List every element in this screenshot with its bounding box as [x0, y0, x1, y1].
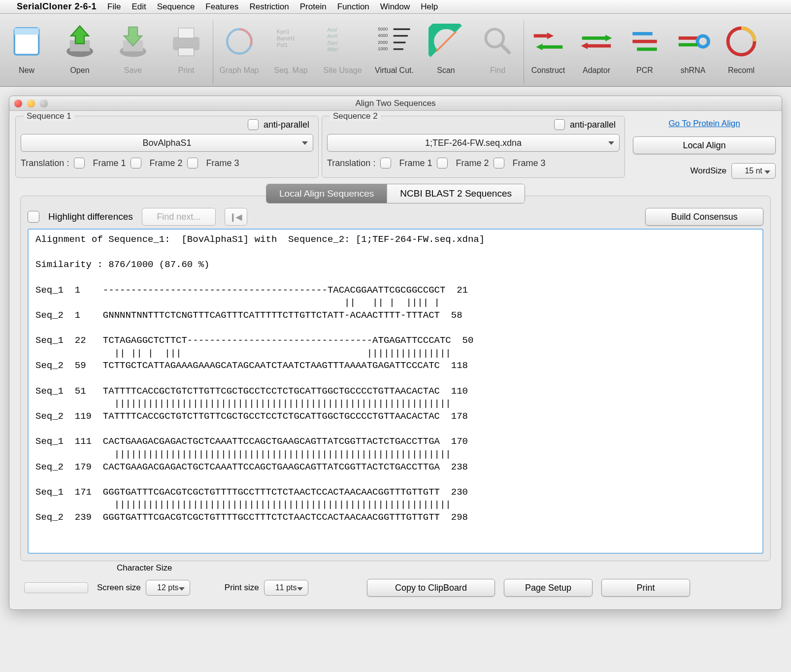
seq2-frame3-checkbox[interactable]: [494, 158, 504, 168]
seq2-select[interactable]: 1;TEF-264-FW.seq.xdna: [327, 134, 620, 152]
new-icon: [9, 24, 44, 59]
menu-edit[interactable]: Edit: [132, 2, 146, 12]
shrna-icon: [675, 24, 711, 59]
svg-point-42: [697, 36, 709, 47]
tool-construct[interactable]: Construct: [524, 17, 572, 75]
seq2-antiparallel-label: anti-parallel: [570, 120, 616, 130]
highlight-diff-checkbox[interactable]: [28, 211, 39, 223]
window-title: Align Two Sequences: [9, 99, 782, 108]
char-size-title: Character Size: [117, 563, 172, 573]
tab-local-align[interactable]: Local Align Sequences: [266, 184, 387, 203]
right-panel: Go To Protein Align Local Align WordSize…: [628, 116, 776, 179]
svg-marker-37: [581, 42, 588, 49]
seq2-legend: Sequence 2: [330, 111, 381, 121]
protein-align-link[interactable]: Go To Protein Align: [633, 119, 776, 129]
copy-clipboard-button[interactable]: Copy to ClipBoard: [367, 579, 495, 597]
tool-siteusage: AvaIAvrIIBaeIMbeI Site Usage: [317, 17, 368, 75]
adaptor-icon: [579, 24, 614, 59]
svg-text:BamH1: BamH1: [276, 35, 295, 41]
svg-text:BaeI: BaeI: [327, 40, 337, 46]
find-next-button: Find next...: [142, 208, 216, 226]
alignment-text[interactable]: Alignment of Sequence_1: [BovAlphaS1] wi…: [28, 229, 763, 554]
tool-recombl[interactable]: Recoml: [717, 17, 765, 75]
svg-rect-10: [178, 48, 194, 56]
seq2-translation-label: Translation :: [327, 158, 375, 168]
seq2-frame2-checkbox[interactable]: [437, 158, 448, 168]
sequence2-panel: Sequence 2 anti-parallel 1;TEF-264-FW.se…: [322, 116, 625, 178]
tool-scan[interactable]: Scan: [420, 17, 472, 75]
menu-protein[interactable]: Protein: [300, 2, 327, 12]
tool-pcr[interactable]: PCR: [621, 17, 669, 75]
build-consensus-button[interactable]: Build Consensus: [645, 208, 763, 226]
svg-marker-35: [605, 35, 612, 42]
svg-text:MbeI: MbeI: [327, 47, 338, 52]
wordsize-select[interactable]: 15 nt: [731, 163, 776, 179]
menubar: SerialCloner 2-6-1 File Edit Sequence Fe…: [0, 0, 791, 14]
tool-print: Print: [160, 17, 213, 75]
menu-features[interactable]: Features: [205, 2, 238, 12]
rewind-button[interactable]: ❙◀: [225, 208, 247, 226]
menu-window[interactable]: Window: [380, 2, 410, 12]
seq1-legend: Sequence 1: [24, 111, 74, 121]
menu-help[interactable]: Help: [421, 2, 438, 12]
print-button[interactable]: Print: [601, 579, 690, 597]
svg-text:Pst1: Pst1: [276, 42, 288, 48]
titlebar[interactable]: Align Two Sequences: [9, 96, 782, 111]
screensize-select[interactable]: 12 pts: [146, 580, 190, 596]
recombl-icon: [724, 24, 759, 59]
seq2-antiparallel-checkbox[interactable]: [554, 119, 565, 130]
menu-file[interactable]: File: [107, 2, 121, 12]
svg-text:AvrII: AvrII: [327, 34, 337, 39]
seq2-frame1-checkbox[interactable]: [380, 158, 391, 168]
virtualcut-icon: 5000400020001000: [377, 24, 412, 59]
tool-new[interactable]: New: [0, 17, 53, 75]
construct-icon: [530, 24, 566, 59]
siteusage-icon: AvaIAvrIIBaeIMbeI: [325, 24, 361, 59]
scan-icon: [428, 24, 464, 59]
tabs: Local Align Sequences NCBI BLAST 2 Seque…: [266, 184, 525, 203]
local-align-button[interactable]: Local Align: [633, 136, 776, 154]
save-icon: [115, 24, 151, 59]
svg-text:2000: 2000: [378, 40, 388, 45]
seq1-antiparallel-checkbox[interactable]: [248, 119, 259, 130]
menu-function[interactable]: Function: [337, 2, 369, 12]
svg-text:Kpn1: Kpn1: [276, 29, 289, 34]
tool-seqmap: Kpn1BamH1Pst1 Seq. Map: [265, 17, 317, 75]
svg-rect-9: [178, 28, 194, 38]
seq1-frame1-checkbox[interactable]: [74, 158, 85, 168]
svg-point-28: [486, 29, 503, 47]
tool-graphmap: Graph Map: [213, 17, 265, 75]
svg-text:4000: 4000: [378, 33, 388, 38]
wordsize-label: WordSize: [691, 166, 726, 176]
open-icon: [62, 24, 98, 59]
svg-marker-31: [547, 33, 554, 39]
app-name[interactable]: SerialCloner 2-6-1: [17, 1, 97, 12]
seq1-translation-label: Translation :: [21, 158, 69, 168]
tool-open[interactable]: Open: [53, 17, 106, 75]
printsize-select[interactable]: 11 pts: [264, 580, 308, 596]
tool-virtualcut[interactable]: 5000400020001000 Virtual Cut.: [368, 17, 420, 75]
seq1-frame3-checkbox[interactable]: [187, 158, 198, 168]
seq1-select[interactable]: BovAlphaS1: [21, 134, 313, 152]
menu-restriction[interactable]: Restriction: [249, 2, 289, 12]
find-icon: [480, 24, 516, 59]
menu-sequence[interactable]: Sequence: [157, 2, 195, 12]
highlight-diff-label: Highlight differences: [48, 211, 133, 222]
page-setup-button[interactable]: Page Setup: [504, 579, 593, 597]
seq1-antiparallel-label: anti-parallel: [264, 120, 309, 130]
seq1-frame2-checkbox[interactable]: [131, 158, 141, 168]
align-window: Align Two Sequences Sequence 1 anti-para…: [9, 96, 782, 610]
tab-ncbi-blast[interactable]: NCBI BLAST 2 Sequences: [387, 184, 525, 203]
tool-find: Find: [472, 17, 524, 75]
toolbar: New Open Save Print Graph Map Kpn1BamH1P…: [0, 14, 791, 87]
seqmap-icon: Kpn1BamH1Pst1: [273, 24, 309, 59]
svg-line-29: [501, 45, 510, 54]
print-icon: [168, 24, 204, 59]
tool-save: Save: [106, 17, 160, 75]
svg-text:AvaI: AvaI: [327, 27, 337, 33]
tool-shrna[interactable]: shRNA: [669, 17, 717, 75]
progress-bar: [24, 582, 88, 593]
bottom-bar: Character Size Screen size 12 pts Print …: [9, 566, 782, 609]
svg-line-27: [436, 32, 456, 52]
tool-adaptor[interactable]: Adaptor: [572, 17, 621, 75]
